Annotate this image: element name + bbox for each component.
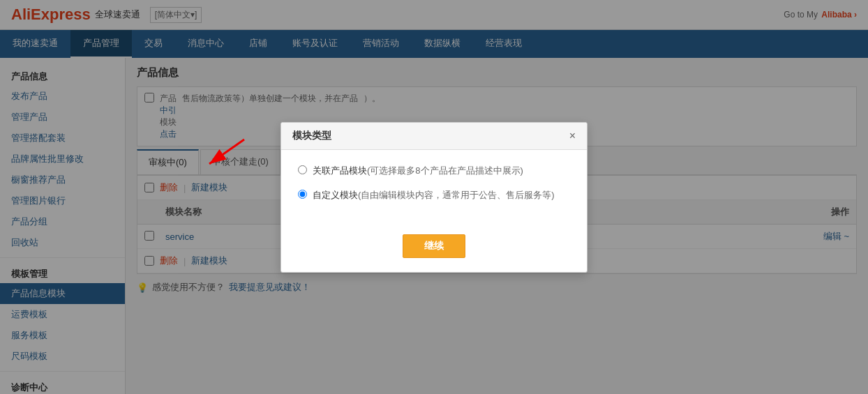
continue-button[interactable]: 继续	[403, 234, 465, 258]
radio-option-associated: 关联产品模块(可选择最多8个产品在产品描述中展示)	[298, 164, 570, 178]
radio-associated-label: 关联产品模块(可选择最多8个产品在产品描述中展示)	[313, 164, 523, 178]
radio-custom[interactable]	[298, 190, 307, 199]
radio-associated[interactable]	[298, 165, 307, 174]
radio-custom-label: 自定义模块(自由编辑模块内容，通常用于公告、售后服务等)	[313, 188, 555, 202]
modal-title: 模块类型	[292, 130, 331, 142]
modal-close-button[interactable]: ×	[569, 130, 576, 142]
modal-overlay: 模块类型 × 关联产品模块(可选择最多8个产品在产品描述中展示) 自定义模块(自…	[0, 0, 868, 394]
modal-dialog: 模块类型 × 关联产品模块(可选择最多8个产品在产品描述中展示) 自定义模块(自…	[280, 122, 588, 273]
modal-footer: 继续	[281, 227, 587, 272]
radio-option-custom: 自定义模块(自由编辑模块内容，通常用于公告、售后服务等)	[298, 188, 570, 202]
modal-body: 关联产品模块(可选择最多8个产品在产品描述中展示) 自定义模块(自由编辑模块内容…	[281, 150, 587, 227]
modal-header: 模块类型 ×	[281, 123, 587, 150]
